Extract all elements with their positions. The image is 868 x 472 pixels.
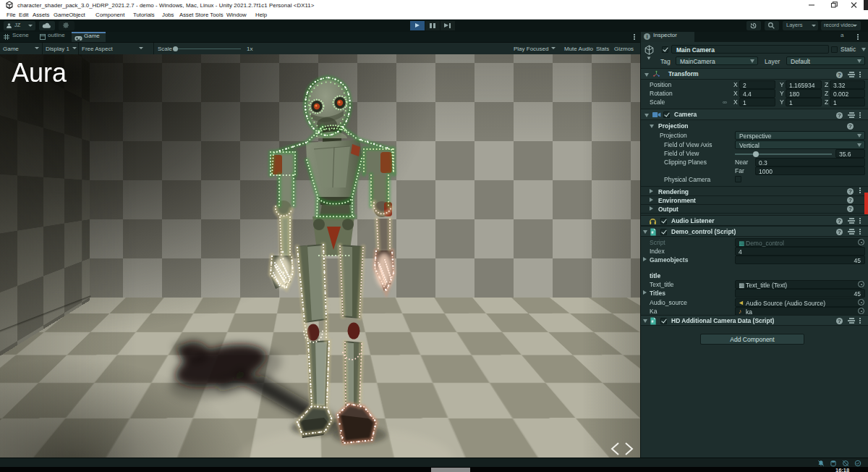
svg-text:#: # xyxy=(652,230,654,235)
svg-text:#: # xyxy=(652,319,654,324)
